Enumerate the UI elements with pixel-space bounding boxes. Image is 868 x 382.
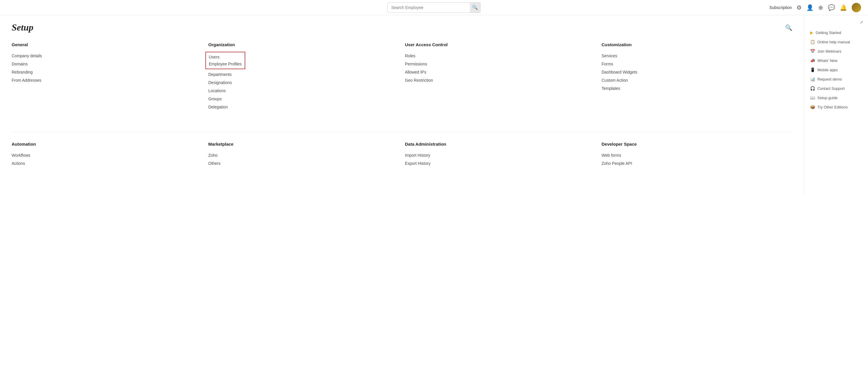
sidebar-link-mobile-apps[interactable]: 📱 Mobile apps [810, 65, 862, 74]
sidebar-link-getting-started[interactable]: ▶ Getting Started [810, 28, 862, 37]
item-forms[interactable]: Forms [601, 60, 793, 68]
item-dashboard-widgets[interactable]: Dashboard Widgets [601, 68, 793, 76]
mobile-icon: 📱 [810, 67, 815, 72]
item-actions[interactable]: Actions [12, 159, 203, 167]
item-locations[interactable]: Locations [208, 87, 399, 95]
sidebar-links-container: ▶ Getting Started 📋 Online help manual 📅… [810, 28, 862, 112]
item-permissions[interactable]: Permissions [405, 60, 596, 68]
section-organization: Organization Users Employee Profiles Dep… [208, 42, 399, 111]
sidebar-link-request-demo[interactable]: 📊 Request demo [810, 74, 862, 84]
section-divider [12, 132, 793, 132]
section-marketplace: Marketplace Zoho Others [208, 141, 399, 167]
sidebar-link-label: Mobile apps [817, 68, 838, 72]
book-icon: 📋 [810, 39, 815, 44]
section-developer-space: Developer Space Web forms Zoho People AP… [601, 141, 793, 167]
bottom-sections-grid: Automation Workflows Actions Marketplace… [12, 141, 793, 179]
calendar-icon: 📅 [810, 49, 815, 54]
collapse-sidebar-button[interactable]: ⤢ [860, 20, 863, 24]
settings-icon[interactable]: ⚙ [797, 4, 802, 11]
item-geo-restriction[interactable]: Geo Restriction [405, 76, 596, 84]
item-from-addresses[interactable]: From Addresses [12, 76, 203, 84]
setup-search-icon[interactable]: 🔍 [785, 24, 793, 31]
sidebar-link-try-editions[interactable]: 📦 Try Other Editions [810, 102, 862, 112]
sidebar-link-label: Setup guide [817, 96, 837, 100]
item-others[interactable]: Others [208, 159, 399, 167]
item-company-details[interactable]: Company details [12, 52, 203, 60]
section-customization-title: Customization [601, 42, 793, 47]
section-automation: Automation Workflows Actions [12, 141, 203, 167]
section-data-admin-title: Data Administration [405, 141, 596, 147]
item-zoho-people-api[interactable]: Zoho People API [601, 159, 793, 167]
section-data-administration: Data Administration Import History Expor… [405, 141, 596, 167]
section-general-title: General [12, 42, 203, 47]
page-title: Setup [12, 22, 33, 33]
chat-icon[interactable]: 💬 [828, 4, 835, 11]
section-uac-title: User Access Control [405, 42, 596, 47]
sidebar-link-label: Getting Started [816, 31, 841, 35]
item-domains[interactable]: Domains [12, 60, 203, 68]
sidebar-link-label: Whats' New [817, 58, 837, 63]
item-roles[interactable]: Roles [405, 52, 596, 60]
item-import-history[interactable]: Import History [405, 151, 596, 159]
section-user-access-control: User Access Control Roles Permissions Al… [405, 42, 596, 111]
section-organization-title: Organization [208, 42, 399, 47]
search-button[interactable]: 🔍 [470, 2, 480, 13]
search-icon: 🔍 [472, 5, 478, 10]
main-content: Setup 🔍 General Company details Domains … [0, 15, 868, 195]
avatar[interactable] [852, 3, 861, 12]
sidebar-link-join-webinars[interactable]: 📅 Join Webinars [810, 46, 862, 56]
sidebar-link-whats-new[interactable]: 📣 Whats' New [810, 56, 862, 65]
item-departments[interactable]: Departments [208, 70, 399, 78]
section-automation-title: Automation [12, 141, 203, 147]
top-navigation: 🔍 Subscription ⚙ 👤 ⊕ 💬 🔔 [0, 0, 868, 15]
sidebar-link-label: Join Webinars [817, 49, 841, 54]
guide-icon: 📖 [810, 95, 815, 100]
item-employee-profiles[interactable]: Employee Profiles [209, 61, 242, 67]
right-sidebar: ⤢ ▶ Getting Started 📋 Online help manual… [804, 15, 868, 195]
item-workflows[interactable]: Workflows [12, 151, 203, 159]
sidebar-link-contact-support[interactable]: 🎧 Contact Support [810, 84, 862, 93]
item-zoho[interactable]: Zoho [208, 151, 399, 159]
sidebar-link-label: Request demo [817, 77, 842, 82]
sidebar-link-setup-guide[interactable]: 📖 Setup guide [810, 93, 862, 102]
item-users[interactable]: Users [209, 54, 242, 61]
item-export-history[interactable]: Export History [405, 159, 596, 167]
item-web-forms[interactable]: Web forms [601, 151, 793, 159]
item-custom-action[interactable]: Custom Action [601, 76, 793, 84]
item-templates[interactable]: Templates [601, 84, 793, 92]
section-general: General Company details Domains Rebrandi… [12, 42, 203, 111]
item-delegation[interactable]: Delegation [208, 103, 399, 111]
user-icon[interactable]: 👤 [806, 4, 814, 11]
subscription-link[interactable]: Subscription [769, 5, 792, 10]
megaphone-icon: 📣 [810, 58, 815, 63]
sidebar-link-label: Contact Support [817, 86, 845, 91]
item-services[interactable]: Services [601, 52, 793, 60]
top-sections-grid: General Company details Domains Rebrandi… [12, 42, 793, 123]
nav-right: Subscription ⚙ 👤 ⊕ 💬 🔔 [576, 3, 861, 12]
sidebar-link-label: Try Other Editions [817, 105, 848, 109]
nav-center: 🔍 [292, 2, 577, 13]
setup-page: Setup 🔍 General Company details Domains … [0, 15, 804, 195]
box-icon: 📦 [810, 105, 815, 109]
headset-icon: 🎧 [810, 86, 815, 91]
item-allowed-ips[interactable]: Allowed IPs [405, 68, 596, 76]
item-rebranding[interactable]: Rebranding [12, 68, 203, 76]
setup-header: Setup 🔍 [12, 22, 793, 33]
item-groups[interactable]: Groups [208, 95, 399, 103]
chart-icon: 📊 [810, 77, 815, 82]
bell-icon[interactable]: 🔔 [840, 4, 847, 11]
avatar-image [852, 3, 861, 12]
section-marketplace-title: Marketplace [208, 141, 399, 147]
sidebar-link-online-help[interactable]: 📋 Online help manual [810, 37, 862, 46]
sidebar-link-label: Online help manual [817, 40, 850, 44]
section-customization: Customization Services Forms Dashboard W… [601, 42, 793, 111]
search-input[interactable] [388, 3, 470, 12]
employee-search-bar[interactable]: 🔍 [388, 2, 480, 13]
play-circle-icon: ▶ [810, 30, 813, 35]
add-icon[interactable]: ⊕ [818, 4, 823, 11]
item-designations[interactable]: Designations [208, 78, 399, 87]
section-developer-space-title: Developer Space [601, 141, 793, 147]
